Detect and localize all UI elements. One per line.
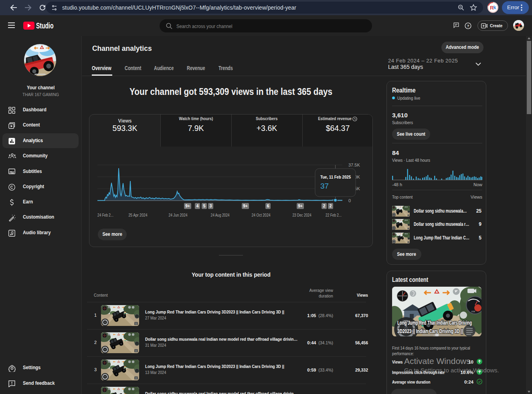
svg-text:37: 37 xyxy=(320,182,329,190)
svg-text:25 Apr 2024: 25 Apr 2024 xyxy=(129,213,148,217)
svg-text:9+: 9+ xyxy=(185,204,190,208)
svg-text:k: k xyxy=(494,4,497,10)
svg-text:9+: 9+ xyxy=(243,204,248,208)
svg-text:?: ? xyxy=(467,24,469,28)
svg-text:4: 4 xyxy=(196,204,199,208)
svg-text:24 Jun 2024: 24 Jun 2024 xyxy=(169,213,188,217)
svg-text:Tue, 11 Feb 2025: Tue, 11 Feb 2025 xyxy=(320,175,351,179)
svg-text:22 Feb 2...: 22 Feb 2... xyxy=(326,213,342,217)
svg-text:24 Feb 2...: 24 Feb 2... xyxy=(97,213,113,217)
svg-text:2: 2 xyxy=(323,204,326,208)
svg-text:5: 5 xyxy=(203,204,206,208)
svg-text:Long Jump Red Thar Indian Cars: Long Jump Red Thar Indian Cars Driving xyxy=(397,320,472,326)
svg-text:3: 3 xyxy=(210,204,212,208)
svg-text:2: 2 xyxy=(330,204,332,208)
svg-text:6: 6 xyxy=(267,204,269,208)
svg-text:24 Aug 2024: 24 Aug 2024 xyxy=(211,213,230,217)
svg-text:KM: KM xyxy=(471,310,475,313)
svg-text:24 Oct 2024: 24 Oct 2024 xyxy=(252,213,271,217)
svg-text:9+: 9+ xyxy=(298,204,303,208)
svg-text:0: 0 xyxy=(348,198,351,203)
svg-text:23 Dec 2024: 23 Dec 2024 xyxy=(293,213,312,217)
svg-text:37.5K: 37.5K xyxy=(348,163,360,167)
svg-text:3D2023 || Indian Cars Driving: 3D2023 || Indian Cars Driving 3D || xyxy=(397,328,463,334)
